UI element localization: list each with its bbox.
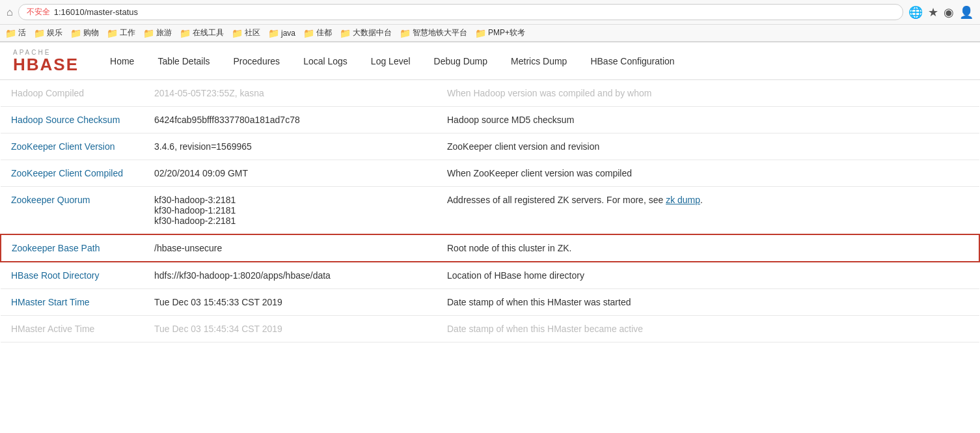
table-row: HMaster Start TimeTue Dec 03 15:45:33 CS… (1, 289, 979, 316)
row-value: hdfs://kf30-hadoop-1:8020/apps/hbase/dat… (144, 262, 437, 289)
table-row: Hadoop Source Checksum6424fcab95bfff8337… (1, 107, 979, 133)
row-description: Date stamp of when this HMaster was star… (437, 289, 979, 316)
bookmark-folder-icon: 📁 (400, 28, 411, 38)
row-description: Date stamp of when this HMaster became a… (437, 316, 979, 342)
bookmark-label: java (281, 29, 295, 38)
bookmark-folder-icon: 📁 (5, 28, 16, 38)
nav-link-procedures[interactable]: Procedures (222, 43, 292, 79)
nav-link-metrics-dump[interactable]: Metrics Dump (499, 43, 578, 79)
bookmark-label: PMP+软考 (488, 27, 525, 38)
table-row: Zookeeper Base Path/hbase-unsecureRoot n… (1, 234, 979, 262)
bookmark-label: 在线工具 (193, 27, 224, 38)
row-name: ZooKeeper Client Compiled (1, 160, 144, 187)
nav-link-log-level[interactable]: Log Level (359, 43, 422, 79)
bookmark-label: 社区 (245, 27, 260, 38)
nav-links: HomeTable DetailsProceduresLocal LogsLog… (98, 43, 687, 79)
row-value: Tue Dec 03 15:45:33 CST 2019 (144, 289, 437, 316)
nav-bar: APACHE HBASE HomeTable DetailsProcedures… (0, 42, 980, 80)
row-value: /hbase-unsecure (144, 234, 437, 262)
bookmark-label: 娱乐 (47, 27, 62, 38)
bookmark-label: 大数据中台 (353, 27, 392, 38)
hbase-app: APACHE HBASE HomeTable DetailsProcedures… (0, 42, 980, 342)
table-row: HMaster Active TimeTue Dec 03 15:45:34 C… (1, 316, 979, 342)
profile-icon[interactable]: 👤 (959, 5, 973, 20)
bookmark-label: 佳都 (316, 27, 332, 38)
row-value: 3.4.6, revision=1569965 (144, 133, 437, 160)
row-value: kf30-hadoop-3:2181kf30-hadoop-1:2181kf30… (144, 187, 437, 235)
row-description: Addresses of all registered ZK servers. … (437, 187, 979, 235)
row-description: Hadoop source MD5 checksum (437, 107, 979, 133)
table-row: Zookeeper Quorumkf30-hadoop-3:2181kf30-h… (1, 187, 979, 235)
row-name: HBase Root Directory (1, 262, 144, 289)
bookmark-item[interactable]: 📁购物 (70, 27, 99, 38)
bookmark-folder-icon: 📁 (143, 28, 154, 38)
row-description: When Hadoop version was compiled and by … (437, 80, 979, 107)
nav-link-local-logs[interactable]: Local Logs (292, 43, 359, 79)
bookmark-item[interactable]: 📁工作 (107, 27, 135, 38)
row-description: Location of HBase home directory (437, 262, 979, 289)
nav-link-debug-dump[interactable]: Debug Dump (422, 43, 500, 79)
row-value: 2014-05-05T23:55Z, kasna (144, 80, 437, 107)
zk-dump-link[interactable]: zk dump (666, 195, 700, 205)
bookmark-item[interactable]: 📁智慧地铁大平台 (400, 27, 467, 38)
bookmark-folder-icon: 📁 (303, 28, 314, 38)
row-name: Hadoop Source Checksum (1, 107, 144, 133)
bookmark-folder-icon: 📁 (475, 28, 486, 38)
table-row: Hadoop Compiled2014-05-05T23:55Z, kasnaW… (1, 80, 979, 107)
bookmark-item[interactable]: 📁社区 (232, 27, 260, 38)
bookmark-label: 活 (18, 27, 26, 38)
bookmark-item[interactable]: 📁活 (5, 27, 26, 38)
url-box[interactable]: 不安全 1:16010/master-status (18, 4, 903, 20)
row-name: Zookeeper Quorum (1, 187, 144, 235)
table-row: ZooKeeper Client Version3.4.6, revision=… (1, 133, 979, 160)
row-value: 6424fcab95bfff8337780a181ad7c78 (144, 107, 437, 133)
bookmark-folder-icon: 📁 (232, 28, 243, 38)
hbase-label: HBASE (13, 56, 79, 73)
bookmark-label: 旅游 (156, 27, 172, 38)
bookmark-item[interactable]: 📁PMP+软考 (475, 27, 525, 38)
table-row: HBase Root Directoryhdfs://kf30-hadoop-1… (1, 262, 979, 289)
bookmark-item[interactable]: 📁在线工具 (180, 27, 224, 38)
bookmark-label: 工作 (120, 27, 135, 38)
row-description: Root node of this cluster in ZK. (437, 234, 979, 262)
row-value: Tue Dec 03 15:45:34 CST 2019 (144, 316, 437, 342)
bookmark-folder-icon: 📁 (70, 28, 81, 38)
bookmark-item[interactable]: 📁旅游 (143, 27, 172, 38)
translate-icon[interactable]: 🌐 (908, 5, 923, 20)
data-table: Hadoop Compiled2014-05-05T23:55Z, kasnaW… (0, 80, 980, 342)
table-row: ZooKeeper Client Compiled02/20/2014 09:0… (1, 160, 979, 187)
bookmark-item[interactable]: 📁java (268, 28, 295, 38)
nav-link-table-details[interactable]: Table Details (146, 43, 221, 79)
row-name: ZooKeeper Client Version (1, 133, 144, 160)
bookmark-folder-icon: 📁 (340, 28, 351, 38)
nav-link-hbase-configuration[interactable]: HBase Configuration (578, 43, 686, 79)
home-icon[interactable]: ⌂ (7, 7, 13, 18)
security-label: 不安全 (27, 7, 50, 18)
nav-link-home[interactable]: Home (98, 43, 146, 79)
row-name: Hadoop Compiled (1, 80, 144, 107)
bookmark-folder-icon: 📁 (268, 28, 279, 38)
bookmark-folder-icon: 📁 (34, 28, 45, 38)
hbase-logo: APACHE HBASE (13, 42, 79, 79)
url-text: 1:16010/master-status (54, 7, 138, 17)
bookmark-icon[interactable]: ★ (928, 5, 938, 20)
row-name: HMaster Active Time (1, 316, 144, 342)
row-name: Zookeeper Base Path (1, 234, 144, 262)
row-name: HMaster Start Time (1, 289, 144, 316)
bookmark-folder-icon: 📁 (180, 28, 191, 38)
browser-chrome: ⌂ 不安全 1:16010/master-status 🌐 ★ ◉ 👤 📁活📁娱… (0, 0, 980, 42)
bookmark-item[interactable]: 📁娱乐 (34, 27, 62, 38)
extension-icon[interactable]: ◉ (944, 5, 954, 20)
address-bar: ⌂ 不安全 1:16010/master-status 🌐 ★ ◉ 👤 (0, 0, 980, 25)
bookmark-item[interactable]: 📁佳都 (303, 27, 332, 38)
bookmarks-bar: 📁活📁娱乐📁购物📁工作📁旅游📁在线工具📁社区📁java📁佳都📁大数据中台📁智慧地… (0, 25, 980, 42)
browser-icons: 🌐 ★ ◉ 👤 (908, 5, 973, 20)
bookmark-label: 购物 (83, 27, 99, 38)
content-area: Hadoop Compiled2014-05-05T23:55Z, kasnaW… (0, 80, 980, 342)
bookmark-item[interactable]: 📁大数据中台 (340, 27, 392, 38)
bookmark-folder-icon: 📁 (107, 28, 118, 38)
row-description: ZooKeeper client version and revision (437, 133, 979, 160)
row-description: When ZooKeeper client version was compil… (437, 160, 979, 187)
row-value: 02/20/2014 09:09 GMT (144, 160, 437, 187)
bookmark-label: 智慧地铁大平台 (413, 27, 467, 38)
